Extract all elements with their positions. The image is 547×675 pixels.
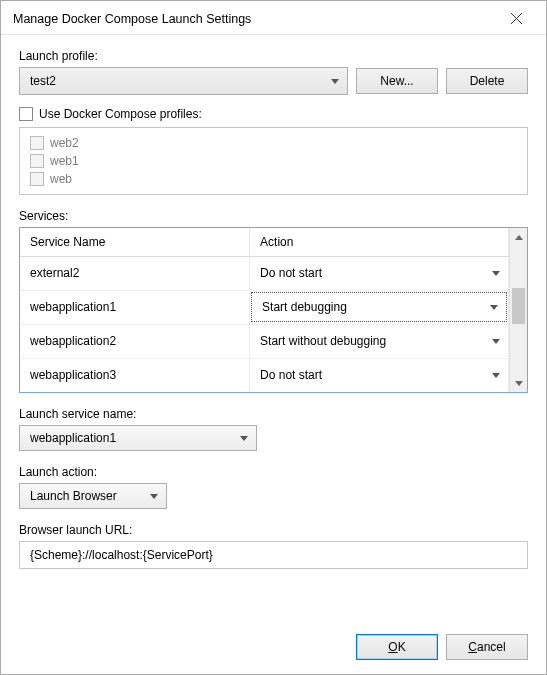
launch-action-label: Launch action: <box>19 465 528 479</box>
cancel-button[interactable]: Cancel <box>446 634 528 660</box>
table-row: external2 Do not start <box>20 256 509 290</box>
service-action-select[interactable]: Do not start <box>250 258 508 288</box>
service-action-value: Start without debugging <box>260 334 386 348</box>
chevron-down-icon <box>492 271 500 276</box>
scroll-thumb[interactable] <box>512 288 525 324</box>
service-action-select[interactable]: Start without debugging <box>250 326 508 356</box>
services-scrollbar[interactable] <box>509 228 527 392</box>
scroll-down-button[interactable] <box>510 374 527 392</box>
profile-checkbox[interactable] <box>30 154 44 168</box>
use-profiles-checkbox[interactable] <box>19 107 33 121</box>
col-service-name[interactable]: Service Name <box>20 228 250 256</box>
services-panel: Service Name Action external2 Do not sta… <box>19 227 528 393</box>
new-profile-button[interactable]: New... <box>356 68 438 94</box>
launch-profile-label: Launch profile: <box>19 49 528 63</box>
browser-url-label: Browser launch URL: <box>19 523 528 537</box>
service-name-cell: webapplication1 <box>20 290 250 324</box>
service-action-value: Start debugging <box>262 300 347 314</box>
launch-profile-select[interactable]: test2 <box>19 67 348 95</box>
services-label: Services: <box>19 209 528 223</box>
profile-checkbox[interactable] <box>30 172 44 186</box>
titlebar: Manage Docker Compose Launch Settings <box>1 1 546 35</box>
launch-service-name-value: webapplication1 <box>30 431 116 445</box>
service-action-value: Do not start <box>260 266 322 280</box>
profile-name: web1 <box>50 154 79 168</box>
service-name-cell: webapplication3 <box>20 358 250 392</box>
ok-button[interactable]: OK <box>356 634 438 660</box>
scroll-track[interactable] <box>510 246 527 374</box>
table-row: webapplication2 Start without debugging <box>20 324 509 358</box>
service-action-select[interactable]: Do not start <box>250 360 508 390</box>
service-action-select[interactable]: Start debugging <box>251 292 507 322</box>
service-action-value: Do not start <box>260 368 322 382</box>
chevron-down-icon <box>492 373 500 378</box>
arrow-up-icon <box>515 235 523 240</box>
profile-name: web2 <box>50 136 79 150</box>
scroll-up-button[interactable] <box>510 228 527 246</box>
close-button[interactable] <box>496 6 536 32</box>
profile-name: web <box>50 172 72 186</box>
chevron-down-icon <box>490 305 498 310</box>
profile-checkbox[interactable] <box>30 136 44 150</box>
chevron-down-icon <box>240 436 248 441</box>
service-name-cell: external2 <box>20 256 250 290</box>
launch-service-name-label: Launch service name: <box>19 407 528 421</box>
launch-service-name-select[interactable]: webapplication1 <box>19 425 257 451</box>
dialog-footer: OK Cancel <box>1 626 546 674</box>
arrow-down-icon <box>515 381 523 386</box>
table-row: webapplication3 Do not start <box>20 358 509 392</box>
chevron-down-icon <box>150 494 158 499</box>
services-table: Service Name Action external2 Do not sta… <box>20 228 509 392</box>
table-row: webapplication1 Start debugging <box>20 290 509 324</box>
launch-action-select[interactable]: Launch Browser <box>19 483 167 509</box>
window-title: Manage Docker Compose Launch Settings <box>13 12 251 26</box>
launch-action-value: Launch Browser <box>30 489 117 503</box>
col-action[interactable]: Action <box>250 228 509 256</box>
compose-profiles-list: web2 web1 web <box>19 127 528 195</box>
chevron-down-icon <box>492 339 500 344</box>
browser-url-input[interactable] <box>19 541 528 569</box>
use-profiles-label: Use Docker Compose profiles: <box>39 107 202 121</box>
close-icon <box>511 13 522 24</box>
launch-profile-value: test2 <box>30 74 56 88</box>
delete-profile-button[interactable]: Delete <box>446 68 528 94</box>
dialog-content: Launch profile: test2 New... Delete Use … <box>1 35 546 626</box>
chevron-down-icon <box>331 79 339 84</box>
service-name-cell: webapplication2 <box>20 324 250 358</box>
